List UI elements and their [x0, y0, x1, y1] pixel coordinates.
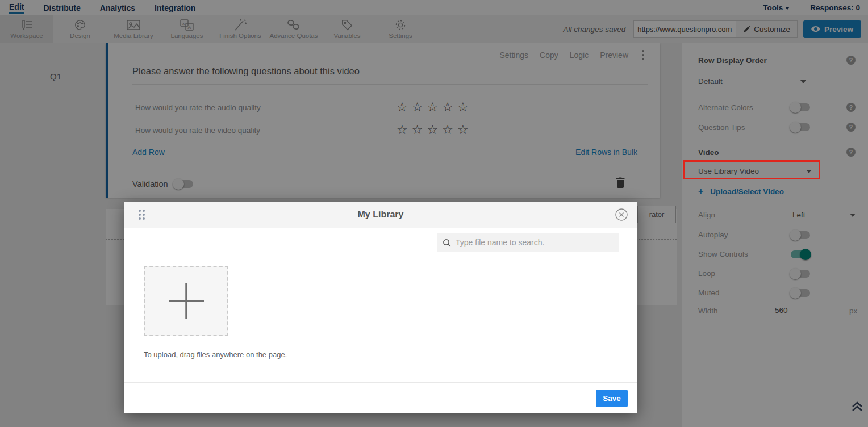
close-icon[interactable] — [615, 208, 628, 224]
modal-footer: Save — [124, 382, 637, 413]
my-library-modal: My Library To upload, drag files anywher… — [124, 202, 637, 413]
search-input[interactable] — [456, 238, 614, 247]
drag-handle-icon[interactable] — [139, 210, 145, 220]
plus-icon — [164, 279, 208, 323]
upload-hint-text: To upload, drag files anywhere on the pa… — [144, 350, 287, 359]
search-icon — [443, 238, 451, 247]
upload-file-tile[interactable] — [144, 266, 228, 336]
save-button[interactable]: Save — [596, 390, 628, 407]
modal-header: My Library — [124, 202, 637, 228]
modal-title: My Library — [358, 210, 404, 220]
library-search — [437, 233, 619, 252]
